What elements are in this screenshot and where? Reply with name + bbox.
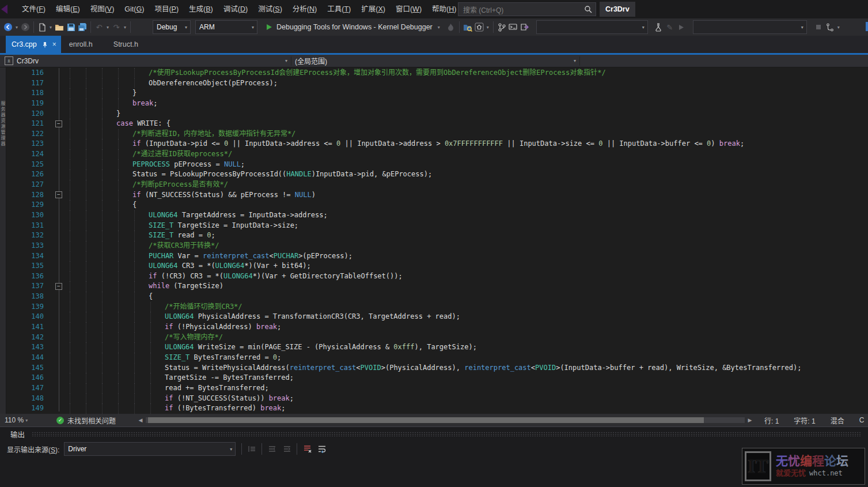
code-line[interactable]: /*判断进程ID，内存地址，数据缓冲指针有无异常*/ bbox=[65, 129, 868, 139]
code-editor[interactable]: 服务器资源管理器 1161171181191201211221231241251… bbox=[0, 67, 868, 414]
horizontal-scrollbar[interactable] bbox=[146, 417, 745, 423]
code-line[interactable]: } bbox=[65, 109, 868, 119]
code-line[interactable]: if (!PhysicalAddress) break; bbox=[65, 322, 868, 333]
code-line[interactable]: read += BytesTransferred; bbox=[65, 383, 868, 394]
pin-icon[interactable] bbox=[42, 41, 48, 48]
code-line[interactable]: /*开始循环切换到CR3*/ bbox=[65, 302, 868, 312]
menu-item-h[interactable]: 帮助(H) bbox=[427, 0, 461, 18]
new-file-dropdown[interactable]: ▾ bbox=[48, 25, 54, 30]
code-line[interactable]: /*写入物理内存*/ bbox=[65, 333, 868, 343]
redo-button[interactable]: ↷ bbox=[111, 21, 122, 33]
home-dropdown[interactable]: ▾ bbox=[485, 25, 491, 30]
search-icon[interactable] bbox=[584, 5, 592, 13]
code-line[interactable]: { bbox=[65, 200, 868, 210]
previous-message-icon[interactable] bbox=[264, 443, 279, 455]
test-flask-icon[interactable] bbox=[653, 21, 664, 33]
code-line[interactable]: ULONG64 CR3 = *(ULONG64*)(Var + bit64); bbox=[65, 261, 868, 271]
panel-drag-grip[interactable] bbox=[32, 432, 861, 437]
output-content[interactable] bbox=[0, 457, 868, 486]
code-line[interactable]: ULONG64 TargetAddress = InputData->addre… bbox=[65, 210, 868, 221]
navigate-back-button[interactable] bbox=[2, 21, 14, 33]
project-dropdown[interactable]: ± Cr3Drv ▾ bbox=[0, 55, 291, 67]
undo-dropdown[interactable]: ▾ bbox=[105, 25, 111, 30]
save-button[interactable] bbox=[65, 21, 77, 33]
run-disabled-icon[interactable] bbox=[676, 21, 687, 33]
code-line[interactable]: while (TargetSize) bbox=[65, 281, 868, 292]
open-file-button[interactable] bbox=[54, 21, 65, 33]
scrollbar-thumb[interactable] bbox=[148, 417, 704, 423]
scroll-right-arrow[interactable]: ▶ bbox=[746, 417, 754, 423]
tab-cr3-cpp[interactable]: Cr3.cpp× bbox=[6, 36, 61, 53]
menu-item-b[interactable]: 生成(B) bbox=[184, 0, 218, 18]
code-line[interactable]: SIZE_T TargetSize = InputData->size; bbox=[65, 221, 868, 231]
feedback-console-icon[interactable] bbox=[507, 21, 519, 33]
line-indicator[interactable]: 行: 1 bbox=[764, 416, 779, 425]
solution-configuration-combo[interactable]: Debug ▾ bbox=[153, 20, 191, 34]
collapsed-tool-window-strip[interactable]: 服务器资源管理器 bbox=[0, 67, 6, 414]
scope-dropdown[interactable]: (全局范围) ▾ bbox=[291, 55, 579, 67]
navigate-back-dropdown[interactable]: ▾ bbox=[14, 25, 20, 30]
tab-struct-h[interactable]: Struct.h bbox=[105, 36, 151, 53]
menu-item-p[interactable]: 项目(P) bbox=[149, 0, 184, 18]
code-line[interactable]: TargetSize -= BytesTransferred; bbox=[65, 373, 868, 383]
undo-button[interactable]: ↶ bbox=[93, 21, 105, 33]
code-line[interactable]: /*通过进程ID获取eprocess*/ bbox=[65, 149, 868, 160]
hot-reload-icon[interactable] bbox=[445, 21, 457, 33]
fold-collapse-box[interactable]: − bbox=[55, 283, 62, 290]
code-line[interactable]: Status = PsLookupProcessByProcessId((HAN… bbox=[65, 169, 868, 180]
scroll-left-arrow[interactable]: ◀ bbox=[137, 417, 145, 423]
menu-item-f[interactable]: 文件(F) bbox=[17, 0, 51, 18]
debug-target-dropdown[interactable]: ▾ bbox=[436, 25, 442, 30]
menu-item-s[interactable]: 测试(S) bbox=[253, 0, 287, 18]
home-icon[interactable] bbox=[473, 21, 485, 33]
output-source-combo[interactable]: Driver ▾ bbox=[64, 442, 236, 456]
word-wrap-icon[interactable] bbox=[314, 443, 329, 455]
code-line[interactable]: SIZE_T BytesTransferred = 0; bbox=[65, 353, 868, 363]
code-content[interactable]: /*使用PsLookupProcessByProcessId会创建EProces… bbox=[65, 68, 868, 414]
code-line[interactable]: PEPROCESS pEProcess = NULL; bbox=[65, 160, 868, 170]
code-line[interactable]: if (!NT_SUCCESS(Status)) break; bbox=[65, 394, 868, 404]
find-in-files-icon[interactable] bbox=[462, 21, 473, 33]
compare-branch-dropdown[interactable]: ▾ bbox=[836, 25, 842, 30]
new-file-button[interactable] bbox=[36, 21, 48, 33]
line-ending-indicator[interactable]: 混合 bbox=[831, 416, 844, 425]
send-to-icon[interactable] bbox=[519, 21, 530, 33]
edit-pencil-icon[interactable]: ✎ bbox=[664, 21, 676, 33]
column-indicator[interactable]: 字符: 1 bbox=[794, 416, 815, 425]
code-line[interactable]: /*获取CR3用于转换*/ bbox=[65, 241, 868, 251]
code-line[interactable]: PUCHAR Var = reinterpret_cast<PUCHAR>(pE… bbox=[65, 251, 868, 262]
code-line[interactable]: } bbox=[65, 88, 868, 99]
find-message-icon[interactable] bbox=[244, 443, 259, 455]
menu-item-g[interactable]: Git(G) bbox=[119, 0, 149, 18]
zoom-selector[interactable]: 110 % ▾ bbox=[5, 416, 40, 424]
code-line[interactable]: if (NT_SUCCESS(Status) && pEProcess != N… bbox=[65, 190, 868, 201]
code-line[interactable]: /*使用PsLookupProcessByProcessId会创建EProces… bbox=[65, 68, 868, 78]
stop-disabled-icon[interactable] bbox=[813, 21, 824, 33]
solution-name-badge[interactable]: Cr3Drv bbox=[600, 2, 635, 17]
toolbar-combo-empty-2[interactable]: ▾ bbox=[693, 20, 807, 34]
menu-item-t[interactable]: 工具(T) bbox=[322, 0, 356, 18]
close-icon[interactable]: × bbox=[52, 40, 56, 48]
code-line[interactable]: ObDereferenceObject(pEProcess); bbox=[65, 78, 868, 89]
redo-dropdown[interactable]: ▾ bbox=[122, 25, 128, 30]
compare-branch-icon[interactable] bbox=[824, 21, 836, 33]
code-line[interactable]: if (InputData->pid <= 0 || InputData->ad… bbox=[65, 139, 868, 149]
code-line[interactable]: case WRITE: { bbox=[65, 119, 868, 129]
menu-item-d[interactable]: 调试(D) bbox=[218, 0, 253, 18]
fold-collapse-box[interactable]: − bbox=[55, 191, 62, 198]
menu-item-x[interactable]: 扩展(X) bbox=[356, 0, 391, 18]
menu-item-w[interactable]: 窗口(W) bbox=[391, 0, 427, 18]
health-check-icon[interactable]: ✓ bbox=[56, 417, 64, 424]
code-line[interactable]: Status = WritePhysicalAddress(reinterpre… bbox=[65, 363, 868, 373]
menu-item-e[interactable]: 编辑(E) bbox=[51, 0, 85, 18]
fold-collapse-box[interactable]: − bbox=[55, 120, 62, 127]
tab-enroll-h[interactable]: enroll.h bbox=[61, 36, 105, 53]
menu-item-n[interactable]: 分析(N) bbox=[287, 0, 322, 18]
menu-item-v[interactable]: 视图(V) bbox=[85, 0, 120, 18]
code-line[interactable]: if (!CR3) CR3 = *(ULONG64*)(Var + GetDir… bbox=[65, 271, 868, 282]
code-line[interactable]: ULONG64 PhysicalAddress = Transformation… bbox=[65, 312, 868, 322]
toolbar-combo-empty-1[interactable]: ▾ bbox=[536, 20, 648, 34]
search-box[interactable]: 搜索 (Ctrl+Q) bbox=[458, 2, 596, 16]
code-line[interactable]: SIZE_T read = 0; bbox=[65, 231, 868, 241]
code-line[interactable]: if (!BytesTransferred) break; bbox=[65, 403, 868, 414]
